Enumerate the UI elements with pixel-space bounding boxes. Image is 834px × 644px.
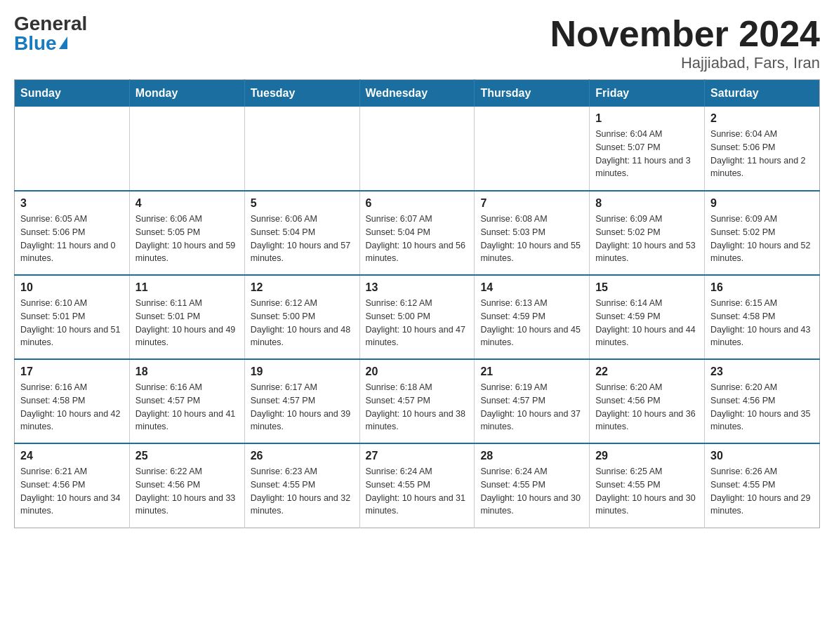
- calendar-week-row: 10Sunrise: 6:10 AM Sunset: 5:01 PM Dayli…: [15, 275, 820, 359]
- day-number: 27: [366, 450, 469, 462]
- calendar-cell: [244, 107, 359, 191]
- calendar-cell: 13Sunrise: 6:12 AM Sunset: 5:00 PM Dayli…: [359, 275, 475, 359]
- logo: General Blue: [14, 14, 87, 53]
- day-of-week-header: Monday: [129, 80, 244, 107]
- day-number: 11: [135, 281, 239, 294]
- day-number: 26: [251, 450, 354, 462]
- day-info: Sunrise: 6:06 AM Sunset: 5:05 PM Dayligh…: [135, 213, 239, 265]
- day-number: 3: [20, 197, 124, 210]
- day-of-week-header: Tuesday: [244, 80, 359, 107]
- calendar-week-row: 3Sunrise: 6:05 AM Sunset: 5:06 PM Daylig…: [15, 191, 820, 275]
- day-info: Sunrise: 6:22 AM Sunset: 4:56 PM Dayligh…: [135, 465, 239, 518]
- day-number: 28: [480, 450, 583, 462]
- day-info: Sunrise: 6:24 AM Sunset: 4:55 PM Dayligh…: [366, 465, 469, 518]
- page-subtitle: Hajjiabad, Fars, Iran: [550, 54, 820, 72]
- calendar-cell: 14Sunrise: 6:13 AM Sunset: 4:59 PM Dayli…: [475, 275, 590, 359]
- day-info: Sunrise: 6:24 AM Sunset: 4:55 PM Dayligh…: [480, 465, 583, 518]
- day-number: 12: [251, 281, 354, 294]
- calendar-cell: 27Sunrise: 6:24 AM Sunset: 4:55 PM Dayli…: [359, 443, 475, 528]
- day-number: 5: [251, 197, 354, 210]
- logo-blue-text: Blue: [14, 34, 67, 53]
- calendar-cell: 11Sunrise: 6:11 AM Sunset: 5:01 PM Dayli…: [129, 275, 244, 359]
- day-of-week-header: Wednesday: [359, 80, 475, 107]
- calendar-cell: 2Sunrise: 6:04 AM Sunset: 5:06 PM Daylig…: [705, 107, 820, 191]
- day-number: 15: [595, 281, 699, 294]
- day-number: 4: [135, 197, 239, 210]
- day-info: Sunrise: 6:19 AM Sunset: 4:57 PM Dayligh…: [480, 381, 583, 434]
- day-info: Sunrise: 6:15 AM Sunset: 4:58 PM Dayligh…: [710, 297, 814, 349]
- calendar-cell: [15, 107, 130, 191]
- day-info: Sunrise: 6:04 AM Sunset: 5:06 PM Dayligh…: [710, 128, 814, 180]
- calendar-cell: 25Sunrise: 6:22 AM Sunset: 4:56 PM Dayli…: [129, 443, 244, 528]
- day-info: Sunrise: 6:25 AM Sunset: 4:55 PM Dayligh…: [595, 465, 699, 518]
- day-info: Sunrise: 6:18 AM Sunset: 4:57 PM Dayligh…: [366, 381, 469, 434]
- day-of-week-header: Friday: [590, 80, 705, 107]
- calendar-cell: 23Sunrise: 6:20 AM Sunset: 4:56 PM Dayli…: [705, 359, 820, 443]
- logo-triangle-icon: [59, 36, 67, 49]
- calendar-cell: [475, 107, 590, 191]
- day-info: Sunrise: 6:06 AM Sunset: 5:04 PM Dayligh…: [251, 213, 354, 265]
- title-block: November 2024 Hajjiabad, Fars, Iran: [550, 14, 820, 72]
- day-number: 18: [135, 365, 239, 378]
- day-info: Sunrise: 6:09 AM Sunset: 5:02 PM Dayligh…: [710, 213, 814, 265]
- day-info: Sunrise: 6:16 AM Sunset: 4:58 PM Dayligh…: [20, 381, 124, 434]
- calendar-cell: [359, 107, 475, 191]
- calendar-cell: 3Sunrise: 6:05 AM Sunset: 5:06 PM Daylig…: [15, 191, 130, 275]
- calendar-cell: 12Sunrise: 6:12 AM Sunset: 5:00 PM Dayli…: [244, 275, 359, 359]
- calendar-cell: [129, 107, 244, 191]
- day-info: Sunrise: 6:09 AM Sunset: 5:02 PM Dayligh…: [595, 213, 699, 265]
- calendar-cell: 17Sunrise: 6:16 AM Sunset: 4:58 PM Dayli…: [15, 359, 130, 443]
- calendar-cell: 22Sunrise: 6:20 AM Sunset: 4:56 PM Dayli…: [590, 359, 705, 443]
- day-number: 8: [595, 197, 699, 210]
- day-number: 14: [480, 281, 583, 294]
- day-info: Sunrise: 6:21 AM Sunset: 4:56 PM Dayligh…: [20, 465, 124, 518]
- day-number: 22: [595, 365, 699, 378]
- day-number: 16: [710, 281, 814, 294]
- calendar-week-row: 24Sunrise: 6:21 AM Sunset: 4:56 PM Dayli…: [15, 443, 820, 528]
- page-title: November 2024: [550, 14, 820, 54]
- day-number: 24: [20, 450, 124, 462]
- day-info: Sunrise: 6:04 AM Sunset: 5:07 PM Dayligh…: [595, 128, 699, 180]
- calendar-cell: 29Sunrise: 6:25 AM Sunset: 4:55 PM Dayli…: [590, 443, 705, 528]
- calendar-cell: 15Sunrise: 6:14 AM Sunset: 4:59 PM Dayli…: [590, 275, 705, 359]
- calendar-header-row: SundayMondayTuesdayWednesdayThursdayFrid…: [15, 80, 820, 107]
- day-info: Sunrise: 6:16 AM Sunset: 4:57 PM Dayligh…: [135, 381, 239, 434]
- calendar-cell: 28Sunrise: 6:24 AM Sunset: 4:55 PM Dayli…: [475, 443, 590, 528]
- day-info: Sunrise: 6:13 AM Sunset: 4:59 PM Dayligh…: [480, 297, 583, 349]
- day-number: 20: [366, 365, 469, 378]
- day-number: 6: [366, 197, 469, 210]
- logo-general-text: General: [14, 14, 87, 34]
- day-info: Sunrise: 6:23 AM Sunset: 4:55 PM Dayligh…: [251, 465, 354, 518]
- day-info: Sunrise: 6:11 AM Sunset: 5:01 PM Dayligh…: [135, 297, 239, 349]
- day-number: 23: [710, 365, 814, 378]
- day-number: 29: [595, 450, 699, 462]
- day-info: Sunrise: 6:12 AM Sunset: 5:00 PM Dayligh…: [251, 297, 354, 349]
- calendar-cell: 30Sunrise: 6:26 AM Sunset: 4:55 PM Dayli…: [705, 443, 820, 528]
- calendar-cell: 18Sunrise: 6:16 AM Sunset: 4:57 PM Dayli…: [129, 359, 244, 443]
- calendar-cell: 10Sunrise: 6:10 AM Sunset: 5:01 PM Dayli…: [15, 275, 130, 359]
- day-number: 21: [480, 365, 583, 378]
- calendar-cell: 6Sunrise: 6:07 AM Sunset: 5:04 PM Daylig…: [359, 191, 475, 275]
- calendar-cell: 5Sunrise: 6:06 AM Sunset: 5:04 PM Daylig…: [244, 191, 359, 275]
- calendar-week-row: 17Sunrise: 6:16 AM Sunset: 4:58 PM Dayli…: [15, 359, 820, 443]
- day-number: 25: [135, 450, 239, 462]
- calendar-cell: 1Sunrise: 6:04 AM Sunset: 5:07 PM Daylig…: [590, 107, 705, 191]
- calendar-cell: 7Sunrise: 6:08 AM Sunset: 5:03 PM Daylig…: [475, 191, 590, 275]
- logo-blue-word: Blue: [14, 34, 57, 53]
- page-header: General Blue November 2024 Hajjiabad, Fa…: [14, 14, 820, 72]
- calendar-cell: 16Sunrise: 6:15 AM Sunset: 4:58 PM Dayli…: [705, 275, 820, 359]
- day-number: 2: [710, 112, 814, 125]
- day-of-week-header: Sunday: [15, 80, 130, 107]
- day-number: 9: [710, 197, 814, 210]
- day-number: 17: [20, 365, 124, 378]
- day-number: 30: [710, 450, 814, 462]
- day-info: Sunrise: 6:14 AM Sunset: 4:59 PM Dayligh…: [595, 297, 699, 349]
- day-info: Sunrise: 6:10 AM Sunset: 5:01 PM Dayligh…: [20, 297, 124, 349]
- day-number: 10: [20, 281, 124, 294]
- day-info: Sunrise: 6:05 AM Sunset: 5:06 PM Dayligh…: [20, 213, 124, 265]
- day-number: 7: [480, 197, 583, 210]
- day-of-week-header: Saturday: [705, 80, 820, 107]
- calendar-week-row: 1Sunrise: 6:04 AM Sunset: 5:07 PM Daylig…: [15, 107, 820, 191]
- day-number: 1: [595, 112, 699, 125]
- day-info: Sunrise: 6:20 AM Sunset: 4:56 PM Dayligh…: [595, 381, 699, 434]
